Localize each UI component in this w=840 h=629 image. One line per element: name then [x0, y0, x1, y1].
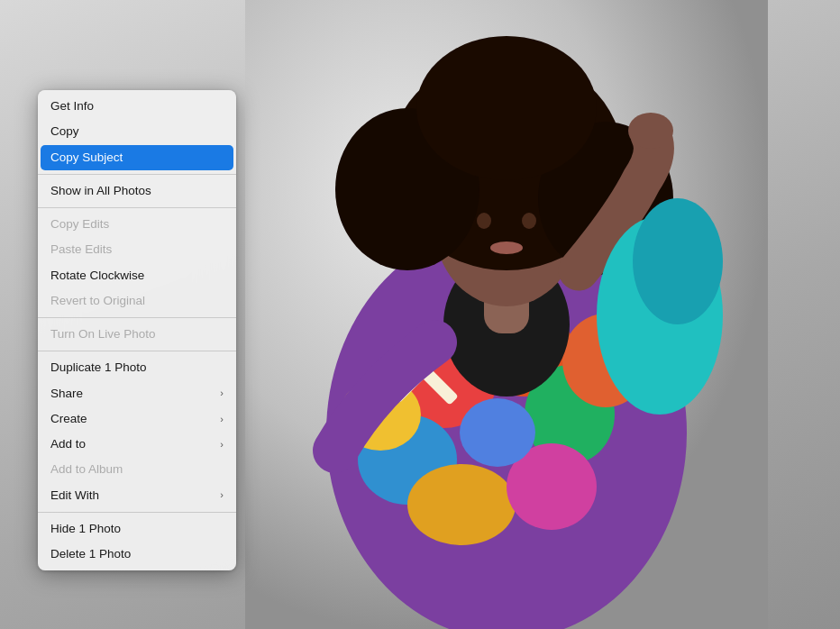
menu-item-get-info[interactable]: Get Info: [38, 94, 236, 119]
menu-label-show-in-all-photos: Show in All Photos: [50, 182, 151, 200]
menu-item-copy[interactable]: Copy: [38, 119, 236, 144]
menu-label-duplicate-photo: Duplicate 1 Photo: [50, 359, 147, 377]
svg-point-25: [490, 242, 523, 254]
svg-point-23: [477, 213, 491, 229]
context-menu: Get InfoCopyCopy SubjectShow in All Phot…: [38, 90, 236, 570]
menu-item-create[interactable]: Create›: [38, 406, 236, 432]
svg-point-24: [522, 213, 536, 229]
separator-sep1: [38, 174, 236, 175]
svg-point-22: [416, 36, 597, 180]
menu-label-turn-on-live-photo: Turn On Live Photo: [50, 325, 156, 343]
menu-item-edit-with[interactable]: Edit With›: [38, 483, 236, 508]
svg-point-26: [628, 113, 673, 149]
svg-point-7: [407, 464, 516, 545]
menu-item-add-to-album: Add to Album: [38, 457, 236, 482]
menu-label-copy-subject: Copy Subject: [50, 149, 123, 167]
separator-sep4: [38, 351, 236, 351]
menu-item-add-to[interactable]: Add to›: [38, 432, 236, 457]
menu-item-delete-photo[interactable]: Delete 1 Photo: [38, 542, 236, 567]
menu-label-get-info: Get Info: [50, 97, 94, 115]
menu-label-share: Share: [50, 385, 83, 403]
menu-label-paste-edits: Paste Edits: [50, 241, 112, 259]
submenu-arrow-add-to: ›: [220, 437, 224, 452]
submenu-arrow-create: ›: [220, 412, 224, 427]
menu-label-rotate-clockwise: Rotate Clockwise: [50, 267, 144, 285]
menu-label-add-to: Add to: [50, 435, 86, 453]
svg-point-28: [633, 198, 723, 324]
menu-label-create: Create: [50, 410, 87, 428]
submenu-arrow-edit-with: ›: [220, 488, 224, 503]
menu-item-duplicate-photo[interactable]: Duplicate 1 Photo: [38, 355, 236, 380]
menu-label-hide-photo: Hide 1 Photo: [50, 520, 121, 538]
separator-sep3: [38, 317, 236, 318]
menu-item-paste-edits: Paste Edits: [38, 237, 236, 262]
menu-item-hide-photo[interactable]: Hide 1 Photo: [38, 516, 236, 542]
menu-label-add-to-album: Add to Album: [50, 460, 123, 479]
menu-label-revert-to-original: Revert to Original: [50, 292, 145, 310]
menu-item-rotate-clockwise[interactable]: Rotate Clockwise: [38, 263, 236, 288]
menu-item-copy-edits: Copy Edits: [38, 212, 236, 237]
menu-item-share[interactable]: Share›: [38, 381, 236, 406]
menu-label-copy: Copy: [50, 123, 79, 141]
menu-label-edit-with: Edit With: [50, 487, 99, 505]
submenu-arrow-share: ›: [220, 386, 224, 401]
person-image: [245, 0, 768, 629]
menu-label-copy-edits: Copy Edits: [50, 215, 109, 233]
menu-item-show-in-all-photos[interactable]: Show in All Photos: [38, 178, 236, 204]
separator-sep2: [38, 207, 236, 208]
menu-item-revert-to-original: Revert to Original: [38, 288, 236, 314]
menu-label-delete-photo: Delete 1 Photo: [50, 545, 131, 563]
menu-item-copy-subject[interactable]: Copy Subject: [41, 145, 233, 170]
svg-point-11: [460, 398, 535, 467]
separator-sep5: [38, 512, 236, 513]
menu-item-turn-on-live-photo: Turn On Live Photo: [38, 322, 236, 347]
